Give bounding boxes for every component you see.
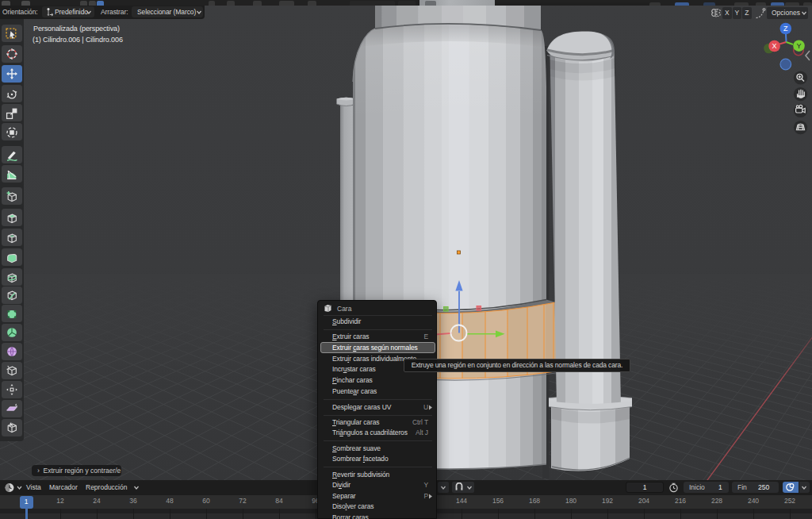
svg-text:Y: Y — [796, 42, 801, 50]
svg-text:Z: Z — [783, 25, 788, 33]
svg-text:X: X — [772, 42, 777, 50]
